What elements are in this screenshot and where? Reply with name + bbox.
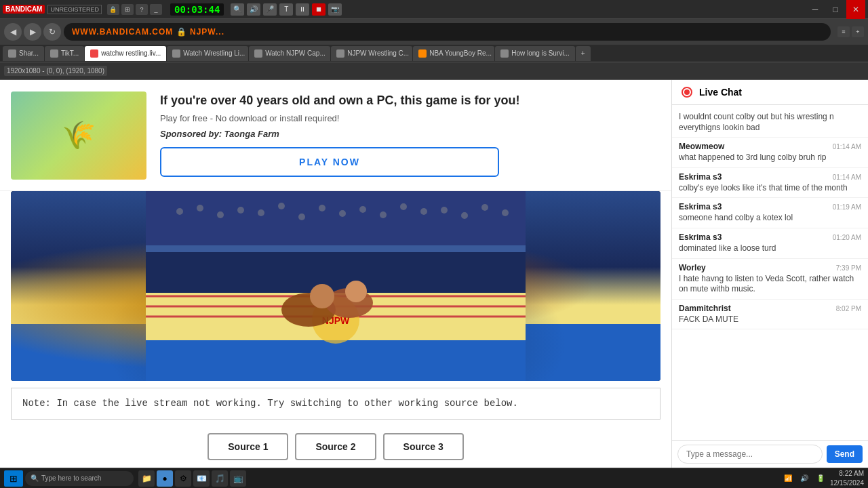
tab-favicon xyxy=(418,49,427,58)
taskbar-system-tray: 📶 🔊 🔋 8:22 AM 12/15/2024 xyxy=(781,469,864,488)
send-button[interactable]: Send xyxy=(827,445,863,463)
ad-sponsor: Sponsored by: Taonga Farm xyxy=(160,129,519,139)
bandicam-logo: BANDICAM xyxy=(3,5,45,14)
bandicam-unregistered: UNREGISTERED xyxy=(47,5,102,14)
tab-favicon xyxy=(8,49,16,58)
mic-icon[interactable]: 🎤 xyxy=(263,3,277,16)
play-now-button[interactable]: PLAY NOW xyxy=(160,147,499,177)
taskbar-app1[interactable]: ⚙ xyxy=(175,470,191,487)
live-broadcast-icon xyxy=(680,85,694,99)
system-clock: 8:22 AM 12/15/2024 xyxy=(830,469,864,488)
grid-icon[interactable]: ⊞ xyxy=(121,4,134,15)
chat-message-1: Meowmeow 01:14 AM what happened to 3rd l… xyxy=(672,138,868,168)
ad-subtext: Play for free - No download or install r… xyxy=(160,113,519,123)
svg-rect-1 xyxy=(146,191,526,245)
taskbar-file-explorer[interactable]: 📁 xyxy=(138,470,155,487)
start-button[interactable]: ⊞ xyxy=(4,470,23,487)
tab-nba[interactable]: NBA YoungBoy Re... xyxy=(413,46,494,61)
maximize-btn[interactable]: □ xyxy=(826,0,845,19)
address-text: WWW.BANDICAM.COM 🔒 NJPW... xyxy=(72,27,224,37)
battery-icon[interactable]: 🔋 xyxy=(814,472,827,485)
close-btn[interactable]: ✕ xyxy=(846,0,865,19)
tab-favicon xyxy=(172,49,180,58)
source-3-button[interactable]: Source 3 xyxy=(383,433,464,460)
volume-icon[interactable]: 🔊 xyxy=(247,3,260,16)
chat-time-1: 01:14 AM xyxy=(833,143,861,150)
svg-rect-4 xyxy=(146,340,526,381)
question-icon[interactable]: ? xyxy=(136,4,148,15)
svg-point-20 xyxy=(298,214,305,220)
note-text: Note: In case the live stream not workin… xyxy=(22,398,518,409)
taskbar-chrome[interactable]: ● xyxy=(157,470,173,487)
tab-watchwrestling[interactable]: watchw restling.liv... xyxy=(85,46,166,61)
forward-btn[interactable]: ▶ xyxy=(24,23,41,41)
refresh-btn[interactable]: ↻ xyxy=(43,23,61,41)
volume-sys-icon[interactable]: 🔊 xyxy=(797,472,811,485)
svg-point-25 xyxy=(400,203,407,210)
chat-title: Live Chat xyxy=(699,87,742,98)
chat-text-4: dominated like a loose turd xyxy=(679,243,861,254)
tab-watchli[interactable]: Watch Wrestling Li... xyxy=(167,46,248,61)
bandicam-tool-icons: 🔒 ⊞ ? _ xyxy=(107,4,162,15)
chat-messages: I wouldnt count colby out but his wresti… xyxy=(672,105,868,440)
chat-header: Live Chat xyxy=(672,80,868,105)
tab-njpwc[interactable]: NJPW Wrestling C... xyxy=(331,46,412,61)
chat-input[interactable] xyxy=(677,445,823,464)
screenshot-icon[interactable]: 📷 xyxy=(328,3,342,16)
chat-message-3: Eskrima s3 01:19 AM someone hand colby a… xyxy=(672,198,868,228)
lock-icon[interactable]: 🔒 xyxy=(107,4,119,15)
tab-favicon xyxy=(254,49,262,58)
zoom-icon[interactable]: 🔍 xyxy=(231,3,244,16)
chat-username-4: Eskrima s3 xyxy=(679,232,722,242)
back-btn[interactable]: ◀ xyxy=(4,23,22,41)
video-content: NJPW xyxy=(11,191,660,381)
address-bar[interactable]: WWW.BANDICAM.COM 🔒 NJPW... xyxy=(64,23,831,41)
chat-username-1: Meowmeow xyxy=(679,142,724,151)
network-icon[interactable]: 📶 xyxy=(781,472,795,485)
new-tab-btn[interactable]: + xyxy=(576,46,591,61)
taskbar-app-icons: 📁 ● ⚙ 📧 🎵 📺 xyxy=(138,470,246,487)
chat-text-2: colby's eye looks like it's that time of… xyxy=(679,183,861,194)
bandicam-bar: BANDICAM UNREGISTERED 🔒 ⊞ ? _ 00:03:44 🔍… xyxy=(0,0,868,19)
extensions-icon[interactable]: + xyxy=(852,26,864,37)
svg-point-12 xyxy=(310,284,334,308)
source-1-button[interactable]: Source 1 xyxy=(208,433,288,460)
nav-buttons: ◀ ▶ ↻ xyxy=(4,23,61,41)
dash-icon[interactable]: _ xyxy=(150,4,162,15)
minimize-btn[interactable]: ─ xyxy=(806,0,825,19)
taskbar-app3[interactable]: 🎵 xyxy=(212,470,228,487)
chat-username-2: Eskrima s3 xyxy=(679,172,722,182)
note-section: Note: In case the live stream not workin… xyxy=(11,388,660,420)
live-dot xyxy=(682,87,692,98)
tab-share[interactable]: Shar... xyxy=(3,46,44,61)
tab-favicon xyxy=(50,49,58,58)
tab-survivor[interactable]: How long is Survi... xyxy=(495,46,575,61)
chat-username-6: Dammitchrist xyxy=(679,304,731,313)
video-player[interactable]: NJPW xyxy=(11,191,660,381)
svg-point-29 xyxy=(481,204,488,211)
taskbar-search[interactable]: 🔍 Type here to search xyxy=(25,471,134,486)
recording-timer: 00:03:44 xyxy=(170,3,224,16)
ad-headline: If you're over 40 years old and own a PC… xyxy=(160,94,519,108)
record-stop-btn[interactable]: ⏹ xyxy=(312,3,326,16)
chat-time-3: 01:19 AM xyxy=(833,203,861,211)
browser-menu-icon[interactable]: ≡ xyxy=(837,26,850,37)
source-2-button[interactable]: Source 2 xyxy=(295,433,376,460)
svg-point-15 xyxy=(197,205,203,211)
webcam-icon[interactable]: T xyxy=(279,3,293,16)
page-content: 🌾 If you're over 40 years old and own a … xyxy=(0,80,671,468)
svg-point-23 xyxy=(359,206,366,213)
svg-point-16 xyxy=(217,211,224,218)
taskbar-app2[interactable]: 📧 xyxy=(193,470,210,487)
tab-favicon xyxy=(90,49,98,58)
tab-tiktok[interactable]: TikT... xyxy=(45,46,84,61)
svg-point-13 xyxy=(345,281,367,302)
tab-favicon xyxy=(336,49,344,58)
pause-icon[interactable]: ⏸ xyxy=(296,3,309,16)
taskbar-app4[interactable]: 📺 xyxy=(230,470,246,487)
svg-point-21 xyxy=(319,205,326,211)
chat-time-2: 01:14 AM xyxy=(833,174,861,181)
source-buttons: Source 1 Source 2 Source 3 xyxy=(0,426,671,468)
chat-username-5: Worley xyxy=(679,263,706,272)
tab-njpwcap[interactable]: Watch NJPW Cap... xyxy=(249,46,330,61)
